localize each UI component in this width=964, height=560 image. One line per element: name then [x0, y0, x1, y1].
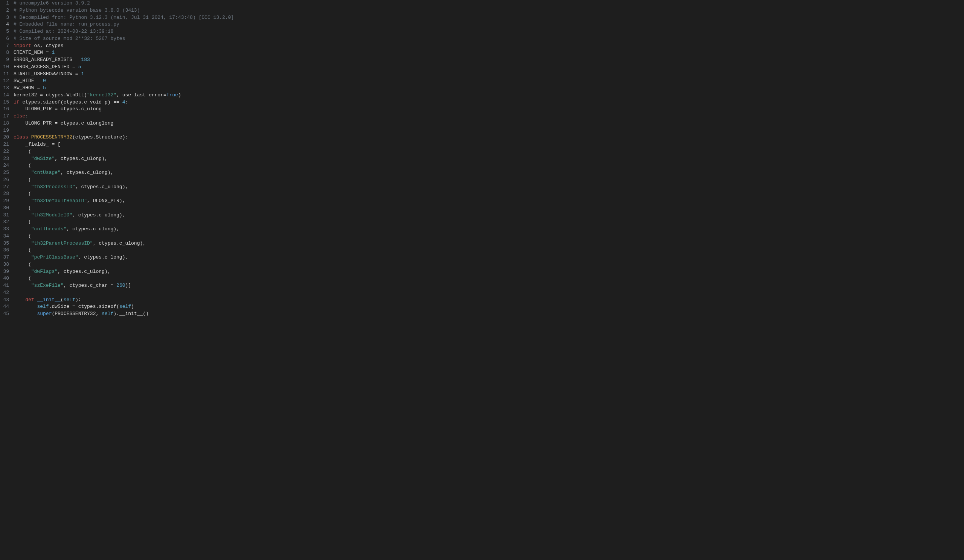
code-line[interactable]: 45 super(PROCESSENTRY32, self).__init__(… — [0, 310, 964, 318]
code-content[interactable]: # Compiled at: 2024-08-22 13:39:18 — [12, 28, 964, 36]
code-line[interactable]: 23 "dwSize", ctypes.c_ulong), — [0, 156, 964, 162]
line-number: 41 — [0, 282, 12, 289]
code-content[interactable]: def __init__(self): — [12, 297, 964, 304]
code-content[interactable]: ERROR_ALREADY_EXISTS = 183 — [12, 57, 964, 63]
line-number: 30 — [0, 205, 12, 212]
line-number: 10 — [0, 63, 12, 71]
code-content[interactable]: ( — [12, 162, 964, 169]
code-line[interactable]: 15if ctypes.sizeof(ctypes.c_void_p) == 4… — [0, 99, 964, 106]
code-line[interactable]: 17else: — [0, 113, 964, 120]
code-content[interactable]: _fields_ = [ — [12, 141, 964, 148]
code-line[interactable]: 20class PROCESSENTRY32(ctypes.Structure)… — [0, 134, 964, 141]
code-content[interactable]: # Size of source mod 2**32: 5267 bytes — [12, 36, 964, 42]
code-line[interactable]: 2# Python bytecode version base 3.8.0 (3… — [0, 7, 964, 14]
code-content[interactable]: "th32ModuleID", ctypes.c_ulong), — [12, 212, 964, 219]
line-number: 37 — [0, 254, 12, 261]
code-content[interactable]: "cntUsage", ctypes.c_ulong), — [12, 169, 964, 177]
code-line[interactable]: 19 — [0, 127, 964, 134]
code-content[interactable]: # Decompiled from: Python 3.12.3 (main, … — [12, 14, 964, 21]
code-content[interactable]: # Embedded file name: run_process.py — [12, 21, 964, 28]
code-content[interactable]: ( — [12, 190, 964, 198]
code-content[interactable]: STARTF_USESHOWWINDOW = 1 — [12, 71, 964, 78]
code-line[interactable]: 28 ( — [0, 190, 964, 198]
code-content[interactable]: else: — [12, 113, 964, 120]
code-line[interactable]: 3# Decompiled from: Python 3.12.3 (main,… — [0, 14, 964, 21]
code-content[interactable]: ERROR_ACCESS_DENIED = 5 — [12, 63, 964, 71]
code-content[interactable]: ULONG_PTR = ctypes.c_ulong — [12, 106, 964, 113]
code-content[interactable]: CREATE_NEW = 1 — [12, 49, 964, 57]
code-line[interactable]: 10ERROR_ACCESS_DENIED = 5 — [0, 63, 964, 71]
code-line[interactable]: 36 ( — [0, 247, 964, 254]
code-content[interactable]: ( — [12, 205, 964, 212]
code-line[interactable]: 34 ( — [0, 233, 964, 240]
code-line[interactable]: 7import os, ctypes — [0, 42, 964, 50]
code-content[interactable]: ( — [12, 148, 964, 156]
line-number: 23 — [0, 156, 12, 162]
code-content[interactable]: "szExeFile", ctypes.c_char * 260)] — [12, 282, 964, 289]
code-line[interactable]: 9ERROR_ALREADY_EXISTS = 183 — [0, 57, 964, 63]
code-content[interactable]: ULONG_PTR = ctypes.c_ulonglong — [12, 120, 964, 127]
code-editor[interactable]: 1# uncompyle6 version 3.9.22# Python byt… — [0, 0, 964, 560]
code-line[interactable]: 13SW_SHOW = 5 — [0, 85, 964, 92]
code-line[interactable]: 21 _fields_ = [ — [0, 141, 964, 148]
code-content[interactable]: class PROCESSENTRY32(ctypes.Structure): — [12, 134, 964, 141]
code-content[interactable]: "dwSize", ctypes.c_ulong), — [12, 156, 964, 162]
code-line[interactable]: 43 def __init__(self): — [0, 297, 964, 304]
code-content[interactable]: "pcPriClassBase", ctypes.c_long), — [12, 254, 964, 261]
line-number: 5 — [0, 28, 12, 36]
code-content[interactable]: kernel32 = ctypes.WinDLL("kernel32", use… — [12, 92, 964, 99]
code-line[interactable]: 42 — [0, 289, 964, 297]
line-number: 2 — [0, 7, 12, 14]
code-line[interactable]: 25 "cntUsage", ctypes.c_ulong), — [0, 169, 964, 177]
code-content[interactable] — [12, 127, 964, 134]
code-line[interactable]: 22 ( — [0, 148, 964, 156]
code-line[interactable]: 30 ( — [0, 205, 964, 212]
code-content[interactable]: ( — [12, 219, 964, 226]
code-content[interactable]: SW_SHOW = 5 — [12, 85, 964, 92]
code-content[interactable]: SW_HIDE = 0 — [12, 78, 964, 85]
code-line[interactable]: 37 "pcPriClassBase", ctypes.c_long), — [0, 254, 964, 261]
code-line[interactable]: 5# Compiled at: 2024-08-22 13:39:18 — [0, 28, 964, 36]
code-content[interactable]: ( — [12, 177, 964, 183]
code-line[interactable]: 1# uncompyle6 version 3.9.2 — [0, 0, 964, 7]
line-number: 12 — [0, 78, 12, 85]
code-content[interactable]: ( — [12, 261, 964, 268]
code-content[interactable]: ( — [12, 275, 964, 282]
code-line[interactable]: 11STARTF_USESHOWWINDOW = 1 — [0, 71, 964, 78]
code-content[interactable]: # Python bytecode version base 3.8.0 (34… — [12, 7, 964, 14]
code-line[interactable]: 41 "szExeFile", ctypes.c_char * 260)] — [0, 282, 964, 289]
code-content[interactable]: # uncompyle6 version 3.9.2 — [12, 0, 964, 7]
code-line[interactable]: 35 "th32ParentProcessID", ctypes.c_ulong… — [0, 240, 964, 247]
code-line[interactable]: 26 ( — [0, 177, 964, 183]
code-line[interactable]: 4# Embedded file name: run_process.py — [0, 21, 964, 28]
code-content[interactable]: self.dwSize = ctypes.sizeof(self) — [12, 304, 964, 310]
code-line[interactable]: 29 "th32DefaultHeapID", ULONG_PTR), — [0, 198, 964, 205]
code-content[interactable]: if ctypes.sizeof(ctypes.c_void_p) == 4: — [12, 99, 964, 106]
code-line[interactable]: 44 self.dwSize = ctypes.sizeof(self) — [0, 304, 964, 310]
code-line[interactable]: 6# Size of source mod 2**32: 5267 bytes — [0, 36, 964, 42]
code-line[interactable]: 38 ( — [0, 261, 964, 268]
code-line[interactable]: 33 "cntThreads", ctypes.c_ulong), — [0, 226, 964, 233]
code-content[interactable]: "th32ProcessID", ctypes.c_ulong), — [12, 183, 964, 191]
code-content[interactable] — [12, 289, 964, 297]
code-content[interactable]: "dwFlags", ctypes.c_ulong), — [12, 268, 964, 276]
code-content[interactable]: ( — [12, 247, 964, 254]
code-line[interactable]: 8CREATE_NEW = 1 — [0, 49, 964, 57]
code-line[interactable]: 27 "th32ProcessID", ctypes.c_ulong), — [0, 183, 964, 191]
code-content[interactable]: ( — [12, 233, 964, 240]
line-number: 6 — [0, 36, 12, 42]
code-line[interactable]: 16 ULONG_PTR = ctypes.c_ulong — [0, 106, 964, 113]
code-content[interactable]: super(PROCESSENTRY32, self).__init__() — [12, 310, 964, 318]
code-line[interactable]: 40 ( — [0, 275, 964, 282]
code-line[interactable]: 18 ULONG_PTR = ctypes.c_ulonglong — [0, 120, 964, 127]
code-line[interactable]: 39 "dwFlags", ctypes.c_ulong), — [0, 268, 964, 276]
code-line[interactable]: 24 ( — [0, 162, 964, 169]
code-content[interactable]: import os, ctypes — [12, 42, 964, 50]
code-line[interactable]: 32 ( — [0, 219, 964, 226]
code-content[interactable]: "th32DefaultHeapID", ULONG_PTR), — [12, 198, 964, 205]
code-content[interactable]: "th32ParentProcessID", ctypes.c_ulong), — [12, 240, 964, 247]
code-content[interactable]: "cntThreads", ctypes.c_ulong), — [12, 226, 964, 233]
code-line[interactable]: 31 "th32ModuleID", ctypes.c_ulong), — [0, 212, 964, 219]
code-line[interactable]: 12SW_HIDE = 0 — [0, 78, 964, 85]
code-line[interactable]: 14kernel32 = ctypes.WinDLL("kernel32", u… — [0, 92, 964, 99]
